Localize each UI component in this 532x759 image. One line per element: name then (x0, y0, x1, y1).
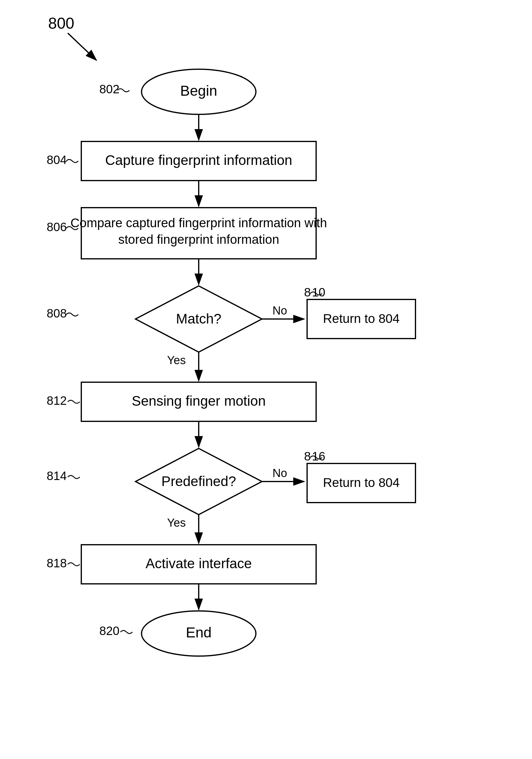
compare-label: 806 (47, 220, 67, 233)
compare-text-line2: stored fingerprint information (118, 232, 279, 247)
svg-line-1 (68, 33, 96, 60)
return804b-text: Return to 804 (323, 475, 400, 490)
activate-text: Activate interface (146, 556, 252, 571)
predefined-label: 814 (47, 469, 67, 482)
flowchart-container: 800 802 Begin 804 Capture fingerprint in… (0, 0, 532, 759)
end-label: 820 (99, 624, 120, 637)
return804a-text: Return to 804 (323, 311, 400, 326)
capture-text: Capture fingerprint information (105, 152, 292, 168)
capture-label: 804 (47, 153, 67, 166)
sensing-text: Sensing finger motion (132, 393, 266, 409)
predefined-text: Predefined? (161, 473, 236, 489)
end-text: End (186, 624, 211, 640)
activate-label: 818 (47, 556, 67, 570)
return804b-label: 8 (304, 450, 311, 463)
match-yes-label: Yes (167, 354, 186, 367)
match-text: Match? (176, 311, 222, 327)
match-no-label: No (272, 304, 287, 317)
return804a-label: 8 (304, 286, 311, 299)
predefined-yes-label: Yes (167, 516, 186, 529)
compare-text-line1: Compare captured fingerprint information… (70, 216, 327, 230)
sensing-label: 812 (47, 394, 67, 407)
begin-label: 802 (99, 82, 120, 96)
diagram-title: 800 (48, 15, 74, 32)
predefined-no-label: No (272, 467, 287, 479)
match-label: 808 (47, 307, 67, 320)
begin-text: Begin (180, 83, 217, 99)
